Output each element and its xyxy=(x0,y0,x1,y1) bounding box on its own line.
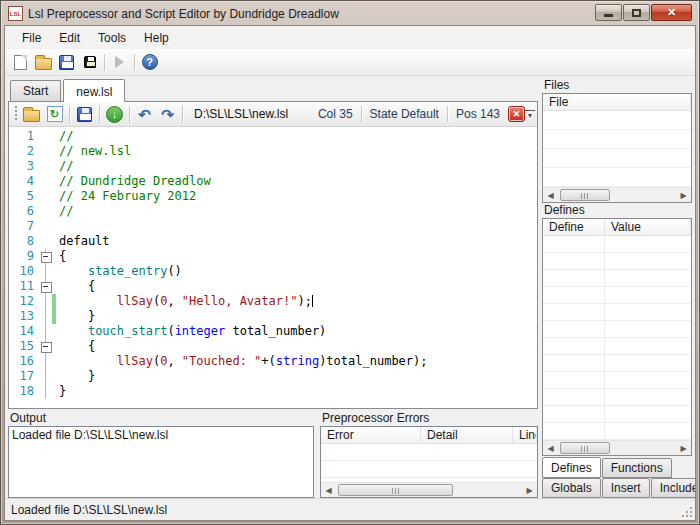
save-button[interactable] xyxy=(55,51,78,73)
code-line[interactable]: 6// xyxy=(9,204,537,219)
fold-margin xyxy=(39,204,52,219)
code-line[interactable]: 17 } xyxy=(9,369,537,384)
errors-col-detail[interactable]: Detail xyxy=(421,427,513,443)
toolbar-separator xyxy=(182,106,183,123)
document-tabstrip: Start new.lsl xyxy=(8,78,538,101)
tab-includes[interactable]: Includes xyxy=(651,478,695,498)
scroll-thumb[interactable] xyxy=(338,484,453,496)
editor-save-button[interactable] xyxy=(73,103,96,125)
minimize-button[interactable] xyxy=(595,4,622,21)
output-panel: Output Loaded file D:\SL\LSL\new.lsl xyxy=(8,411,314,498)
scroll-left-icon[interactable]: ◀ xyxy=(321,483,336,498)
scroll-right-icon[interactable]: ▶ xyxy=(676,188,691,203)
file-path-label: D:\SL\LSL\new.lsl xyxy=(194,107,288,121)
code-line[interactable]: 10 state_entry() xyxy=(9,264,537,279)
defines-col-value[interactable]: Value xyxy=(605,219,691,235)
fold-toggle-icon[interactable] xyxy=(39,339,52,354)
code-line[interactable]: 5// 24 February 2012 xyxy=(9,189,537,204)
code-line[interactable]: 16 llSay(0, "Touched: "+(string)total_nu… xyxy=(9,354,537,369)
defines-grid-rows xyxy=(543,236,691,440)
change-bar xyxy=(52,144,56,159)
code-line[interactable]: 8default xyxy=(9,234,537,249)
line-number: 16 xyxy=(9,354,39,369)
code-text: default xyxy=(59,234,110,249)
code-line[interactable]: 4// Dundridge Dreadlow xyxy=(9,174,537,189)
code-line[interactable]: 12 llSay(0, "Hello, Avatar!"); xyxy=(9,294,537,309)
editor-reload-button[interactable]: ↻ xyxy=(43,103,66,125)
fold-margin xyxy=(39,219,52,234)
toolbar-overflow-button[interactable]: ▼ xyxy=(525,110,535,119)
defines-hscrollbar[interactable]: ◀ ▶ xyxy=(543,440,691,455)
scroll-left-icon[interactable]: ◀ xyxy=(543,441,558,456)
errors-col-line[interactable]: Line xyxy=(513,427,537,443)
scroll-thumb[interactable] xyxy=(560,189,610,201)
tab-new-lsl[interactable]: new.lsl xyxy=(63,79,125,102)
editor-open-button[interactable] xyxy=(20,103,43,125)
code-line[interactable]: 15 { xyxy=(9,339,537,354)
help-button[interactable]: ? xyxy=(138,51,161,73)
sidebar-tabs: Defines Functions Globals Insert Include… xyxy=(542,458,692,498)
code-line[interactable]: 1// xyxy=(9,129,537,144)
scroll-thumb[interactable] xyxy=(560,442,610,454)
code-line[interactable]: 7 xyxy=(9,219,537,234)
line-number: 3 xyxy=(9,159,39,174)
menu-tools[interactable]: Tools xyxy=(89,29,135,47)
resize-grip[interactable] xyxy=(682,507,692,517)
code-line[interactable]: 18} xyxy=(9,384,537,399)
app-icon-label: LSL xyxy=(10,11,21,17)
defines-grid[interactable]: Define Value ◀ ▶ xyxy=(542,218,692,456)
code-line[interactable]: 2// new.lsl xyxy=(9,144,537,159)
fold-margin xyxy=(39,309,52,324)
code-line[interactable]: 3// xyxy=(9,159,537,174)
scroll-left-icon[interactable]: ◀ xyxy=(543,188,558,203)
code-line[interactable]: 14 touch_start(integer total_number) xyxy=(9,324,537,339)
defines-col-define[interactable]: Define xyxy=(543,219,605,235)
line-number: 4 xyxy=(9,174,39,189)
files-list-rows xyxy=(543,111,691,187)
state-indicator: State Default xyxy=(362,107,447,121)
tab-functions[interactable]: Functions xyxy=(602,458,672,478)
errors-grid[interactable]: Error Detail Line ◀ ▶ xyxy=(320,426,538,498)
code-text: // xyxy=(59,159,73,174)
tab-globals[interactable]: Globals xyxy=(542,478,601,498)
tab-defines[interactable]: Defines xyxy=(542,457,601,478)
maximize-button[interactable] xyxy=(623,4,650,21)
fold-toggle-icon[interactable] xyxy=(39,249,52,264)
files-col-file[interactable]: File xyxy=(543,94,691,110)
redo-button[interactable]: ↷ xyxy=(156,103,179,125)
files-hscrollbar[interactable]: ◀ ▶ xyxy=(543,187,691,202)
code-text: // new.lsl xyxy=(59,144,131,159)
open-folder-icon xyxy=(23,110,40,122)
save-all-button[interactable] xyxy=(78,51,101,73)
line-number: 7 xyxy=(9,219,39,234)
scroll-right-icon[interactable]: ▶ xyxy=(522,483,537,498)
code-text: // 24 February 2012 xyxy=(59,189,196,204)
code-line[interactable]: 11 { xyxy=(9,279,537,294)
change-bar xyxy=(52,384,56,399)
close-tab-button[interactable]: ✕ xyxy=(508,106,525,122)
fold-toggle-icon[interactable] xyxy=(39,279,52,294)
menu-edit[interactable]: Edit xyxy=(50,29,89,47)
code-line[interactable]: 9{ xyxy=(9,249,537,264)
menu-file[interactable]: File xyxy=(13,29,50,47)
errors-hscrollbar[interactable]: ◀ ▶ xyxy=(321,482,537,497)
close-button[interactable]: ✕ xyxy=(651,4,692,21)
tab-start[interactable]: Start xyxy=(10,80,61,101)
errors-col-error[interactable]: Error xyxy=(321,427,421,443)
new-file-button[interactable] xyxy=(9,51,32,73)
menu-help[interactable]: Help xyxy=(135,29,178,47)
tab-insert[interactable]: Insert xyxy=(602,478,650,498)
undo-button[interactable]: ↶ xyxy=(133,103,156,125)
line-number: 8 xyxy=(9,234,39,249)
code-line[interactable]: 13 } xyxy=(9,309,537,324)
files-list[interactable]: File ◀ ▶ xyxy=(542,93,692,203)
open-file-button[interactable] xyxy=(32,51,55,73)
scroll-right-icon[interactable]: ▶ xyxy=(676,441,691,456)
editor-download-button[interactable]: ↓ xyxy=(103,103,126,125)
title-bar[interactable]: LSL Lsl Preprocessor and Script Editor b… xyxy=(4,4,696,25)
output-log[interactable]: Loaded file D:\SL\LSL\new.lsl xyxy=(8,426,314,498)
change-bar xyxy=(52,219,56,234)
undo-icon: ↶ xyxy=(138,107,151,122)
toolbar-grip[interactable] xyxy=(13,106,18,122)
code-editor[interactable]: 1//2// new.lsl3//4// Dundridge Dreadlow5… xyxy=(9,127,537,408)
